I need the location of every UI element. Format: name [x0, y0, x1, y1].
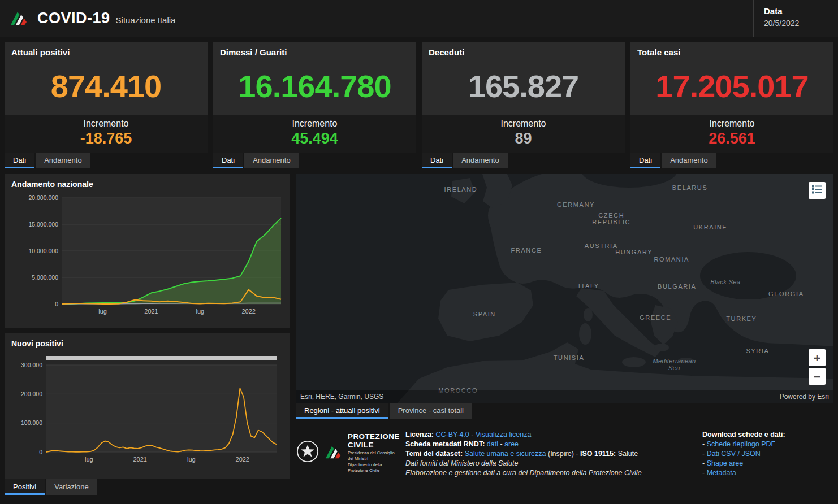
tab-province-casi-totali[interactable]: Province - casi totali: [390, 403, 472, 419]
zoom-out-button[interactable]: −: [809, 368, 826, 385]
nuovi-positivi-chart: 0100.000200.000300.000lug2021lug2022: [10, 351, 284, 467]
increment-value: -18.765: [5, 130, 208, 147]
tab-dati[interactable]: Dati: [213, 153, 243, 168]
svg-text:2022: 2022: [241, 308, 255, 315]
link[interactable]: Dati CSV / JSON: [707, 450, 761, 458]
svg-text:300.000: 300.000: [21, 362, 42, 368]
header: COVID-19 Situazione Italia Data 20/5/202…: [0, 0, 838, 37]
tab-andamento[interactable]: Andamento: [36, 153, 90, 168]
emblem-star-icon: [296, 440, 319, 466]
zoom-in-button[interactable]: +: [809, 349, 826, 366]
text-segment: ISO 19115:: [580, 450, 618, 458]
map-attribution-bar: Esri, HERE, Garmin, USGS Powered by Esri: [296, 390, 833, 403]
tab-andamento[interactable]: Andamento: [244, 153, 299, 168]
app-title: COVID-19: [37, 10, 110, 27]
data-management-line: Elaborazione e gestione dati a cura del …: [405, 468, 693, 478]
card-increment: Incremento -18.765: [5, 115, 208, 153]
card-title: Totale casi: [630, 42, 833, 57]
tab-positivi[interactable]: Positivi: [5, 479, 45, 495]
link[interactable]: aree: [504, 440, 519, 448]
chart-title: Andamento nazionale: [11, 180, 284, 189]
card-value: 874.410: [5, 57, 208, 115]
text-segment: (Inspire) -: [546, 450, 580, 458]
card-value: 16.164.780: [213, 57, 416, 115]
svg-text:10.000.000: 10.000.000: [28, 247, 58, 254]
card-tabs: Dati Andamento: [630, 153, 833, 168]
org-line1: Presidenza del Consiglio dei Ministri: [348, 450, 400, 461]
increment-value: 45.494: [213, 130, 416, 147]
text-segment: Salute: [618, 450, 638, 458]
tab-variazione[interactable]: Variazione: [46, 479, 97, 495]
link[interactable]: Schede riepilogo PDF: [707, 440, 776, 448]
andamento-nazionale-chart: 05.000.00010.000.00015.000.00020.000.000…: [10, 192, 284, 319]
link[interactable]: Visualizza licenza: [476, 431, 531, 438]
link[interactable]: Metadata: [707, 469, 736, 477]
svg-text:2022: 2022: [236, 456, 249, 463]
charts-column: Andamento nazionale 05.000.00010.000.000…: [5, 174, 290, 495]
card-title: Dimessi / Guariti: [213, 42, 416, 57]
tab-dati[interactable]: Dati: [422, 153, 452, 168]
increment-label: Incremento: [5, 119, 208, 129]
tab-andamento[interactable]: Andamento: [662, 153, 716, 168]
text-segment: Temi del dataset:: [405, 450, 465, 458]
link[interactable]: CC-BY-4.0: [436, 431, 469, 438]
card-title: Deceduti: [422, 42, 625, 57]
org-line2: Dipartimento della Protezione Civile: [348, 462, 400, 473]
download-link-row: - Metadata: [702, 468, 833, 478]
main-row: Andamento nazionale 05.000.00010.000.000…: [5, 174, 833, 495]
license-info-block: Licenza: CC-BY-4.0 - Visualizza licenza …: [405, 424, 693, 478]
card-value: 165.827: [422, 57, 625, 115]
dataset-themes-line: Temi del dataset: Salute umana e sicurez…: [405, 449, 693, 459]
download-link-row: - Dati CSV / JSON: [702, 449, 833, 459]
stat-block-attuali-positivi: Attuali positivi 874.410 Incremento -18.…: [5, 42, 208, 168]
text-segment: Licenza:: [405, 431, 436, 438]
basemap: [296, 174, 833, 403]
increment-label: Incremento: [422, 119, 625, 129]
card-tabs: Dati Andamento: [213, 153, 416, 168]
legend-icon: [812, 185, 822, 196]
text-segment: Scheda metadati RNDT:: [405, 440, 487, 448]
europe-map[interactable]: IRELANDGERMANYBELARUSCZECH REPUBLICUKRAI…: [296, 174, 833, 403]
link[interactable]: Shape aree: [707, 459, 744, 467]
card-deceduti: Deceduti 165.827 Incremento 89: [422, 42, 625, 153]
link[interactable]: dati: [487, 440, 498, 448]
protezione-civile-logo-icon: [9, 8, 29, 29]
panel-nuovi-positivi: Nuovi positivi 0100.000200.000300.000lug…: [5, 333, 290, 479]
increment-value: 89: [422, 130, 625, 147]
stat-cards-row: Attuali positivi 874.410 Incremento -18.…: [5, 42, 833, 168]
svg-text:100.000: 100.000: [21, 419, 42, 426]
svg-text:5.000.000: 5.000.000: [32, 274, 58, 281]
link[interactable]: Salute umana e sicurezza: [465, 450, 546, 458]
increment-value: 26.561: [630, 130, 833, 147]
tab-dati[interactable]: Dati: [630, 153, 660, 168]
stat-block-totale-casi: Totale casi 17.205.017 Incremento 26.561…: [630, 42, 833, 168]
card-totale-casi: Totale casi 17.205.017 Incremento 26.561: [630, 42, 833, 153]
tab-regioni-attuali-positivi[interactable]: Regioni - attuali positivi: [296, 403, 388, 419]
covid-dashboard: COVID-19 Situazione Italia Data 20/5/202…: [0, 0, 838, 504]
text-segment: Dati forniti dal Ministero della Salute: [405, 459, 518, 467]
text-segment: -: [702, 459, 707, 467]
download-link-row: - Shape aree: [702, 459, 833, 468]
legend-button[interactable]: [809, 182, 826, 199]
tab-andamento[interactable]: Andamento: [453, 153, 508, 168]
card-increment: Incremento 45.494: [213, 115, 416, 153]
card-dimessi-guariti: Dimessi / Guariti 16.164.780 Incremento …: [213, 42, 416, 153]
metadata-line: Scheda metadati RNDT: dati - aree: [405, 440, 693, 449]
svg-text:2021: 2021: [133, 456, 146, 463]
svg-text:0: 0: [39, 449, 42, 455]
card-increment: Incremento 26.561: [630, 115, 833, 153]
svg-text:lug: lug: [196, 308, 204, 315]
powered-by-esri: Powered by Esri: [780, 393, 829, 401]
svg-text:200.000: 200.000: [21, 390, 42, 397]
tab-dati[interactable]: Dati: [5, 153, 34, 168]
app-subtitle: Situazione Italia: [116, 15, 176, 25]
footer: PROTEZIONE CIVILE Presidenza del Consigl…: [296, 424, 833, 495]
date-box: Data 20/5/2022: [753, 0, 838, 37]
increment-label: Incremento: [213, 119, 416, 129]
svg-text:lug: lug: [85, 456, 93, 463]
text-segment: -: [702, 450, 707, 458]
svg-text:lug: lug: [187, 456, 196, 463]
download-block: Download schede e dati: - Schede riepilo…: [702, 424, 833, 478]
svg-text:20.000.000: 20.000.000: [28, 194, 58, 201]
map-attribution: Esri, HERE, Garmin, USGS: [300, 393, 383, 401]
